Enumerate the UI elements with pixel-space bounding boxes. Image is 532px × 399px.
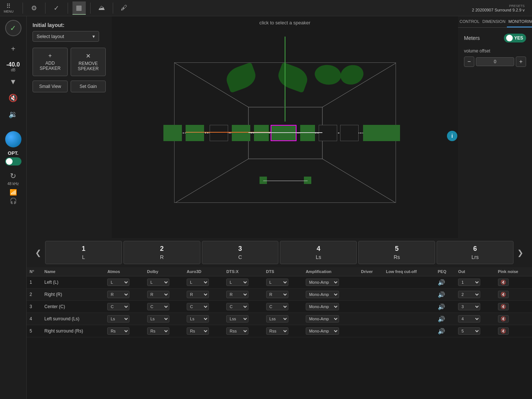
mute-icon[interactable]: 🔇	[7, 91, 20, 105]
speaker-left-far[interactable]	[163, 125, 182, 141]
cell-dolby[interactable]: C	[144, 301, 184, 313]
peq-icon[interactable]: 🔊	[438, 304, 445, 310]
cell-peq[interactable]: 🔊	[435, 325, 455, 337]
meters-toggle[interactable]: YES	[504, 34, 526, 42]
volume-down-icon[interactable]: 🔉	[7, 108, 20, 121]
dtsx-select[interactable]: R	[226, 291, 248, 298]
tab-dimension[interactable]: DIMENSION	[481, 16, 507, 27]
tab-control[interactable]: CONTROL	[458, 16, 481, 27]
add-speaker-button[interactable]: + ADDSPEAKER	[33, 48, 68, 76]
speaker-atmos-fr[interactable]	[338, 62, 365, 88]
pink-noise-button[interactable]: 🔇	[498, 279, 509, 286]
auro3d-select[interactable]: Rs	[187, 327, 209, 335]
speaker-bottom-right[interactable]	[304, 177, 311, 184]
cell-amplification[interactable]: Mono-Amp	[303, 301, 358, 313]
dts-select[interactable]: Rss	[266, 327, 288, 335]
cell-out[interactable]: 5	[455, 325, 495, 337]
pink-noise-button[interactable]: 🔇	[498, 291, 509, 298]
dolby-select[interactable]: L	[147, 279, 169, 286]
cell-atmos[interactable]: R	[104, 289, 144, 301]
auro3d-select[interactable]: L	[187, 279, 209, 286]
peq-icon[interactable]: 🔊	[438, 316, 445, 322]
cell-auro3d[interactable]: Rs	[184, 325, 223, 337]
check-icon[interactable]: ✓	[50, 1, 63, 15]
amplification-select[interactable]: Mono-Amp	[306, 315, 339, 323]
dolby-select[interactable]: Rs	[147, 327, 169, 335]
atmos-select[interactable]: R	[107, 291, 129, 298]
speaker-tab-4[interactable]: 4 Ls	[280, 241, 357, 264]
cell-atmos[interactable]: C	[104, 301, 144, 313]
cell-out[interactable]: 2	[455, 289, 495, 301]
dolby-select[interactable]: C	[147, 303, 169, 310]
display-icon[interactable]: ▦	[72, 1, 86, 15]
speaker-tab-1[interactable]: 1 L	[45, 241, 122, 264]
prev-tab-arrow[interactable]: ❮	[33, 242, 44, 264]
cell-dtsx[interactable]: L	[223, 276, 263, 289]
settings-icon[interactable]: ⚙	[27, 1, 41, 15]
peq-icon[interactable]: 🔊	[438, 328, 445, 334]
cell-atmos[interactable]: L	[104, 276, 144, 289]
volume-decrease-button[interactable]: −	[464, 57, 474, 67]
cell-dolby[interactable]: L	[144, 276, 184, 289]
info-button[interactable]: i	[447, 131, 457, 141]
auro3d-select[interactable]: R	[187, 291, 209, 298]
cell-dtsx[interactable]: Rss	[223, 325, 263, 337]
auro3d-select[interactable]: C	[187, 303, 209, 310]
speaker-center-left[interactable]	[254, 125, 269, 141]
sync-icon[interactable]: ↻	[10, 171, 16, 180]
cell-out[interactable]: 4	[455, 313, 495, 325]
next-tab-arrow[interactable]: ❯	[515, 242, 526, 264]
dtsx-select[interactable]: C	[226, 303, 248, 310]
set-gain-button[interactable]: Set Gain	[71, 81, 106, 92]
cell-auro3d[interactable]: Ls	[184, 313, 223, 325]
atmos-select[interactable]: C	[107, 303, 129, 310]
cell-dts[interactable]: R	[263, 289, 303, 301]
cell-auro3d[interactable]: R	[184, 289, 223, 301]
atmos-select[interactable]: Rs	[107, 327, 129, 335]
amplification-select[interactable]: Mono-Amp	[306, 327, 339, 335]
cell-dts[interactable]: Lss	[263, 313, 303, 325]
cell-dtsx[interactable]: C	[223, 301, 263, 313]
cell-amplification[interactable]: Mono-Amp	[303, 325, 358, 337]
out-select[interactable]: 4	[458, 315, 480, 323]
cell-atmos[interactable]: Ls	[104, 313, 144, 325]
dtsx-select[interactable]: Rss	[226, 327, 248, 335]
dtsx-select[interactable]: Lss	[226, 315, 248, 323]
cell-auro3d[interactable]: L	[184, 276, 223, 289]
cell-pink[interactable]: 🔇	[495, 313, 532, 325]
speaker-atmos-tl[interactable]	[223, 62, 259, 93]
cell-pink[interactable]: 🔇	[495, 276, 532, 289]
cell-amplification[interactable]: Mono-Amp	[303, 289, 358, 301]
dts-select[interactable]: R	[266, 291, 288, 298]
cell-dts[interactable]: Rss	[263, 325, 303, 337]
volume-increase-button[interactable]: +	[516, 57, 526, 67]
cell-dtsx[interactable]: R	[223, 289, 263, 301]
cell-dolby[interactable]: Ls	[144, 313, 184, 325]
cell-peq[interactable]: 🔊	[435, 289, 455, 301]
cell-pink[interactable]: 🔇	[495, 289, 532, 301]
small-view-button[interactable]: Small View	[33, 81, 68, 92]
pink-noise-button[interactable]: 🔇	[498, 315, 509, 323]
speaker-left-inner[interactable]	[232, 125, 250, 141]
cell-dts[interactable]: C	[263, 301, 303, 313]
cell-peq[interactable]: 🔊	[435, 276, 455, 289]
dtsx-select[interactable]: L	[226, 279, 248, 286]
cell-dolby[interactable]: Rs	[144, 325, 184, 337]
remove-speaker-button[interactable]: ✕ REMOVESPEAKER	[71, 48, 106, 76]
dts-select[interactable]: L	[266, 279, 288, 286]
dolby-select[interactable]: R	[147, 291, 169, 298]
speaker-atmos-tr[interactable]	[275, 62, 311, 93]
speaker-tab-2[interactable]: 2 R	[123, 241, 200, 264]
cell-peq[interactable]: 🔊	[435, 301, 455, 313]
center-speaker-selected[interactable]	[271, 125, 297, 141]
dts-select[interactable]: C	[266, 303, 288, 310]
cell-peq[interactable]: 🔊	[435, 313, 455, 325]
opt-toggle[interactable]	[5, 157, 21, 166]
amplification-select[interactable]: Mono-Amp	[306, 291, 339, 298]
out-select[interactable]: 5	[458, 327, 480, 335]
menu-label[interactable]: ⠿ MENU	[4, 3, 14, 13]
cell-pink[interactable]: 🔇	[495, 325, 532, 337]
speaker-bottom-left[interactable]	[260, 177, 267, 184]
pen-icon[interactable]: 🖋	[118, 1, 131, 15]
speaker-tab-5[interactable]: 5 Rs	[358, 241, 435, 264]
